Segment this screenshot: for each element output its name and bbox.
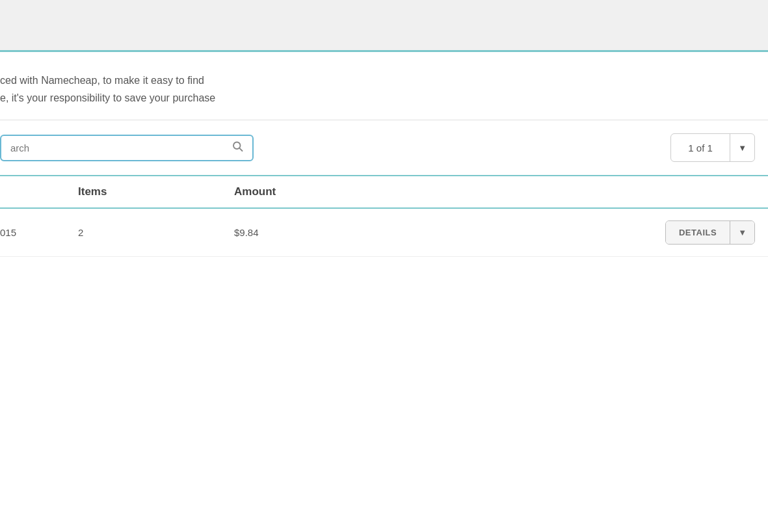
search-icon — [232, 140, 243, 152]
search-input[interactable] — [0, 135, 254, 161]
cell-order: 015 — [0, 227, 78, 238]
search-button[interactable] — [228, 139, 247, 157]
svg-line-1 — [239, 148, 242, 151]
col-header-items: Items — [78, 185, 234, 198]
col-header-amount: Amount — [234, 185, 377, 198]
cell-items: 2 — [78, 227, 234, 238]
description-line1: ced with Namecheap, to make it easy to f… — [0, 72, 768, 89]
table-header-row: Items Amount — [0, 175, 768, 209]
description-section: ced with Namecheap, to make it easy to f… — [0, 52, 768, 120]
details-btn-group[interactable]: DETAILS ▼ — [665, 220, 755, 245]
search-wrapper — [0, 135, 254, 161]
pagination-arrow-icon[interactable]: ▼ — [730, 134, 754, 161]
pagination-dropdown[interactable]: 1 of 1 ▼ — [670, 133, 755, 162]
cell-amount: $9.84 — [234, 227, 377, 238]
description-text: ced with Namecheap, to make it easy to f… — [0, 72, 768, 107]
toolbar-section: 1 of 1 ▼ — [0, 120, 768, 175]
table-row: 015 2 $9.84 DETAILS ▼ — [0, 209, 768, 257]
top-bar — [0, 0, 768, 52]
cell-actions: DETAILS ▼ — [377, 220, 755, 245]
description-line2: e, it's your responsibility to save your… — [0, 89, 768, 107]
details-main-button[interactable]: DETAILS — [666, 221, 730, 244]
details-arrow-button[interactable]: ▼ — [730, 221, 754, 244]
pagination-label: 1 of 1 — [671, 142, 730, 153]
content-area: ced with Namecheap, to make it easy to f… — [0, 52, 768, 257]
